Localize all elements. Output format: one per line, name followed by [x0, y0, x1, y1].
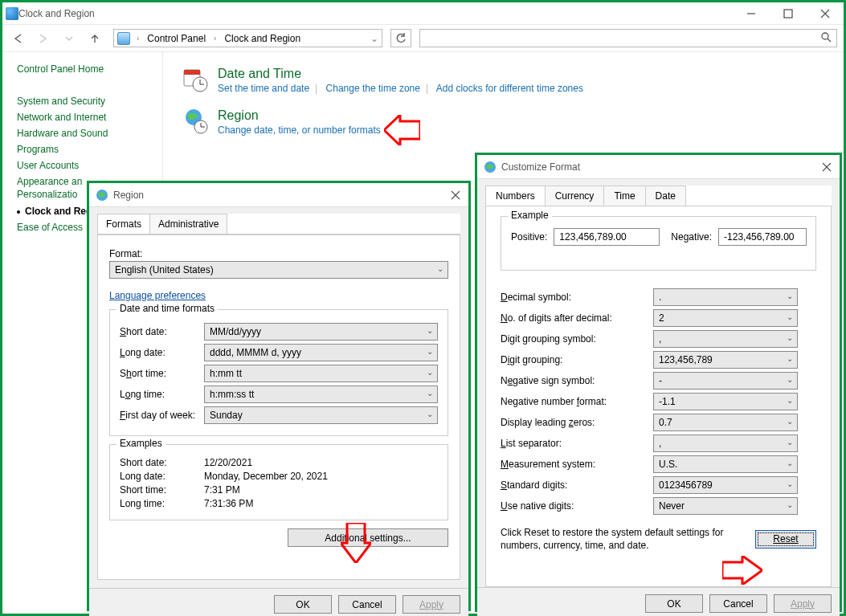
search-input[interactable]: [425, 32, 820, 45]
titlebar: Clock and Region: [2, 2, 844, 25]
native-digits-combo[interactable]: Never⌄: [653, 497, 798, 515]
tab-formats[interactable]: Formats: [97, 214, 150, 234]
decimal-symbol-combo[interactable]: .⌄: [653, 288, 798, 306]
digits-after-combo[interactable]: 2⌄: [653, 309, 798, 327]
link-add-clocks[interactable]: Add clocks for different time zones: [436, 83, 583, 94]
reset-button[interactable]: Reset: [755, 530, 816, 549]
ex-long-date-lbl: Long date:: [120, 471, 204, 482]
sidebar-item-hardware-sound[interactable]: Hardware and Sound: [17, 128, 162, 139]
ex-short-date-val: 12/20/2021: [204, 457, 252, 468]
example-group: Example Positive:123,456,789.00 Negative…: [501, 216, 816, 271]
tab-currency[interactable]: Currency: [545, 186, 605, 206]
tab-time[interactable]: Time: [603, 186, 645, 206]
maximize-button[interactable]: [770, 2, 807, 25]
sidebar-item-system-security[interactable]: System and Security: [17, 96, 162, 107]
svg-rect-7: [184, 70, 200, 75]
format-label: Format:: [109, 248, 142, 259]
region-dialog-title: Region: [113, 190, 144, 201]
link-change-timezone[interactable]: Change the time zone: [326, 83, 420, 94]
tab-date[interactable]: Date: [645, 186, 686, 206]
neg-sign-combo[interactable]: -⌄: [653, 372, 798, 390]
svg-rect-1: [784, 10, 792, 18]
first-day-combo[interactable]: Sunday⌄: [204, 406, 438, 424]
up-button[interactable]: [86, 30, 104, 47]
example-legend: Example: [508, 210, 552, 221]
sidebar-item-network-internet[interactable]: Network and Internet: [17, 112, 162, 123]
apply-button[interactable]: Apply: [774, 594, 832, 613]
sidebar-item-programs[interactable]: Programs: [17, 144, 162, 155]
datetime-title[interactable]: Date and Time: [218, 67, 583, 81]
leading-zero-combo[interactable]: 0.7⌄: [653, 414, 798, 431]
short-time-combo[interactable]: h:mm tt⌄: [204, 365, 438, 382]
grouping-symbol-label: Digit grouping symbol:: [501, 333, 653, 345]
examples-group: Examples Short date:12/20/2021 Long date…: [109, 444, 448, 520]
sidebar-home[interactable]: Control Panel Home: [17, 63, 162, 75]
short-date-combo[interactable]: MM/dd/yyyy⌄: [204, 323, 438, 341]
custfmt-title: Customize Format: [501, 161, 580, 173]
apply-button[interactable]: Apply: [403, 595, 460, 614]
ex-short-time-val: 7:31 PM: [204, 484, 240, 496]
region-tab-page: Format: English (United States)⌄ Languag…: [97, 235, 460, 580]
ok-button[interactable]: OK: [645, 594, 703, 613]
custfmt-close-button[interactable]: [817, 158, 836, 176]
refresh-button[interactable]: [390, 29, 411, 47]
region-dialog-buttons: OK Cancel Apply: [89, 588, 468, 616]
ex-short-date-lbl: Short date:: [120, 457, 204, 468]
tab-numbers[interactable]: Numbers: [485, 186, 546, 206]
address-dropdown-icon[interactable]: ⌄: [370, 33, 378, 44]
long-date-combo[interactable]: dddd, MMMM d, yyyy⌄: [204, 344, 438, 361]
address-cp-icon: [117, 32, 130, 45]
meas-sys-combo[interactable]: U.S.⌄: [653, 455, 798, 473]
sidebar-item-user-accounts[interactable]: User Accounts: [17, 160, 162, 171]
cancel-button[interactable]: Cancel: [709, 594, 767, 613]
negative-example: -123,456,789.00: [718, 228, 807, 246]
search-box[interactable]: [419, 29, 837, 47]
long-time-combo[interactable]: h:mm:ss tt⌄: [204, 386, 438, 403]
native-digits-label: Use native digits:: [501, 500, 653, 512]
annotation-arrow-icon: [341, 523, 371, 563]
globe-icon: [96, 189, 108, 202]
digits-after-label: No. of digits after decimal:: [501, 312, 653, 324]
tab-administrative[interactable]: Administrative: [149, 214, 227, 234]
chevron-down-icon: ⌄: [437, 264, 443, 273]
short-time-label: Short time:: [120, 368, 204, 379]
grouping-symbol-combo[interactable]: ,⌄: [653, 330, 798, 348]
first-day-label: First day of week:: [120, 410, 204, 421]
datetime-formats-group: Date and time formats Short date:MM/dd/y…: [109, 309, 448, 436]
window-title: Clock and Region: [18, 8, 95, 19]
format-combo[interactable]: English (United States)⌄: [109, 261, 448, 279]
svg-point-4: [822, 33, 828, 39]
custfmt-tabs: Numbers Currency Time Date: [485, 186, 832, 206]
language-preferences-link[interactable]: Language preferences: [109, 290, 206, 301]
crumb-root[interactable]: Control Panel: [145, 33, 207, 44]
annotation-arrow-icon: [384, 115, 420, 145]
svg-line-5: [828, 39, 831, 42]
cancel-button[interactable]: Cancel: [338, 595, 396, 614]
search-icon[interactable]: [820, 31, 832, 45]
std-digits-combo[interactable]: 0123456789⌄: [653, 476, 798, 494]
back-button[interactable]: [9, 30, 27, 47]
recent-dropdown[interactable]: [60, 30, 78, 47]
region-icon: [182, 108, 208, 134]
forward-button[interactable]: [35, 30, 52, 47]
annotation-arrow-icon: [722, 556, 762, 585]
region-title[interactable]: Region: [218, 108, 381, 123]
ok-button[interactable]: OK: [274, 595, 332, 614]
reset-hint: Click Reset to restore the system defaul…: [501, 526, 747, 552]
close-button[interactable]: [807, 2, 844, 25]
long-date-label: Long date:: [120, 347, 204, 358]
neg-fmt-combo[interactable]: -1.1⌄: [653, 393, 798, 410]
custfmt-buttons: OK Cancel Apply: [477, 587, 840, 616]
link-set-time-date[interactable]: Set the time and date: [218, 83, 309, 94]
meas-sys-label: Measurement system:: [501, 459, 653, 470]
minimize-button[interactable]: [733, 2, 770, 25]
control-panel-icon: [6, 7, 18, 20]
list-sep-combo[interactable]: ,⌄: [653, 434, 798, 452]
crumb-leaf[interactable]: Clock and Region: [223, 33, 302, 44]
ex-long-time-val: 7:31:36 PM: [204, 498, 253, 509]
grouping-combo[interactable]: 123,456,789⌄: [653, 351, 798, 369]
region-dialog: Region Formats Administrative Format: En…: [87, 181, 471, 611]
region-dialog-close-button[interactable]: [446, 186, 465, 204]
link-change-formats[interactable]: Change date, time, or number formats: [218, 124, 381, 136]
address-bar[interactable]: › Control Panel › Clock and Region ⌄: [113, 29, 382, 47]
